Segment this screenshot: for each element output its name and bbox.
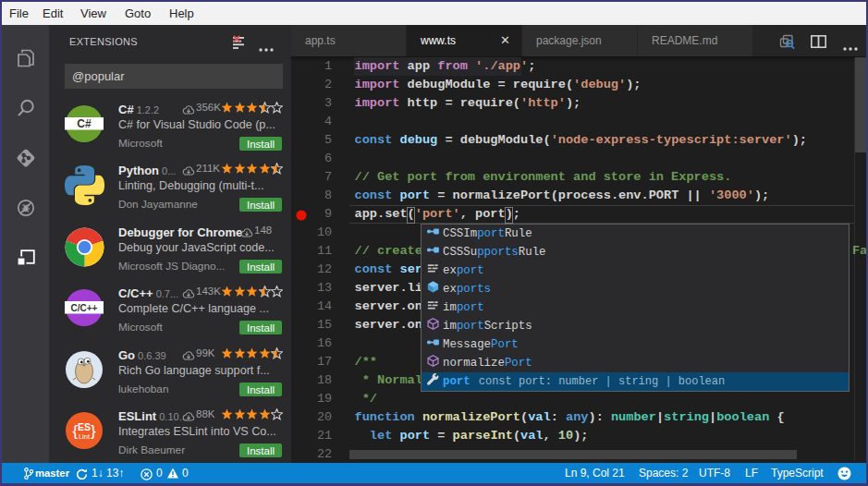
svg-text:C/C++: C/C++ (71, 303, 98, 313)
svg-text:C#: C# (77, 117, 92, 130)
svg-text:Lint: Lint (79, 432, 91, 441)
svg-text:}: } (91, 422, 96, 440)
svg-text:ES: ES (78, 421, 91, 432)
